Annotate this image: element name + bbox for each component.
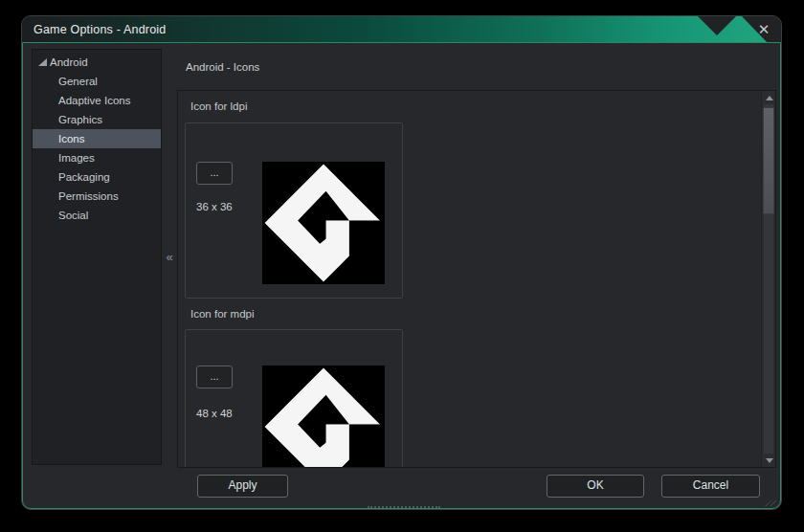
group-label-mdpi: Icon for mdpi [190, 308, 254, 320]
scroll-up-button[interactable] [762, 91, 776, 104]
sidebar-item-label: Adaptive Icons [58, 95, 130, 106]
tree-node-android[interactable]: Android [33, 53, 161, 72]
sidebar-item-label: General [58, 76, 98, 87]
sidebar-item-general[interactable]: General [33, 72, 161, 91]
title-bar[interactable]: Game Options - Android ✕ [22, 16, 781, 43]
browse-ldpi-button[interactable]: ... [196, 162, 233, 185]
collapse-chevron-icon: « [166, 250, 172, 264]
sidebar-item-label: Permissions [58, 190, 119, 202]
icons-scroll-region: Icon for ldpi ... 36 x 36 Icon for mdpi … [177, 90, 776, 468]
group-box-mdpi: ... 48 x 48 [185, 329, 403, 468]
sidebar-item-label: Icons [58, 133, 85, 144]
size-label-mdpi: 48 x 48 [196, 408, 233, 419]
ok-button[interactable]: OK [547, 475, 644, 498]
sidebar-item-label: Graphics [58, 114, 102, 125]
group-box-ldpi: ... 36 x 36 [185, 122, 403, 299]
resize-dots-handle[interactable] [368, 506, 440, 509]
sidebar-item-label: Packaging [58, 171, 110, 183]
group-label-ldpi: Icon for ldpi [190, 100, 247, 112]
sidebar-item-permissions[interactable]: Permissions [33, 187, 161, 206]
sidebar-item-graphics[interactable]: Graphics [33, 110, 161, 129]
close-button[interactable]: ✕ [753, 19, 774, 40]
sidebar-item-label: Social [58, 210, 88, 221]
scroll-down-button[interactable] [762, 454, 776, 467]
sidebar-collapse-handle[interactable]: « [162, 249, 177, 266]
game-options-dialog: Game Options - Android ✕ Android General… [21, 15, 782, 510]
window-title: Game Options - Android [34, 16, 167, 43]
sidebar-item-packaging[interactable]: Packaging [33, 167, 161, 187]
sidebar-item-social[interactable]: Social [33, 206, 161, 225]
vertical-scrollbar[interactable] [761, 91, 775, 467]
gamemaker-logo-icon[interactable] [262, 366, 385, 468]
sidebar-item-images[interactable]: Images [33, 148, 161, 167]
platform-settings-tree: Android General Adaptive Icons Graphics … [32, 49, 162, 465]
browse-mdpi-button[interactable]: ... [196, 366, 233, 388]
close-icon: ✕ [758, 21, 770, 38]
sidebar-item-label: Images [58, 152, 95, 164]
page-title: Android - Icons [186, 61, 259, 73]
apply-button[interactable]: Apply [197, 475, 288, 498]
tree-node-label: Android [50, 56, 88, 68]
size-label-ldpi: 36 x 36 [196, 201, 233, 212]
gamemaker-logo-icon[interactable] [262, 162, 385, 284]
scrollbar-thumb[interactable] [763, 107, 774, 214]
sidebar-item-icons[interactable]: Icons [33, 129, 161, 148]
tree-expanded-icon[interactable] [36, 57, 49, 67]
arrow-down-icon [766, 458, 773, 463]
arrow-up-icon [766, 96, 773, 100]
sidebar-item-adaptive-icons[interactable]: Adaptive Icons [33, 91, 161, 110]
cancel-button[interactable]: Cancel [661, 475, 760, 498]
